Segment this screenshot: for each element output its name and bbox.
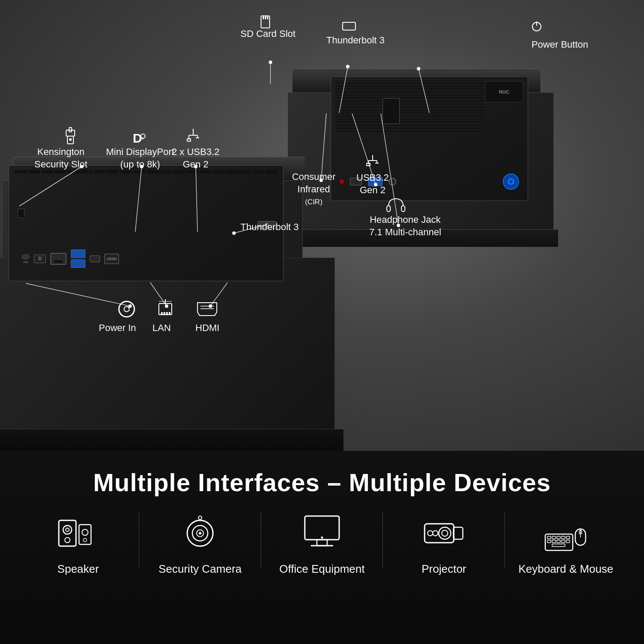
svg-point-90	[428, 531, 433, 536]
svg-point-0	[508, 179, 513, 184]
svg-point-91	[433, 531, 438, 536]
device-item-speaker: Speaker	[17, 512, 139, 576]
label-power-button: Power Button	[532, 39, 588, 51]
power-button-icon	[528, 17, 545, 34]
svg-point-74	[82, 529, 88, 535]
svg-rect-89	[453, 527, 463, 539]
svg-rect-82	[305, 516, 339, 540]
svg-point-72	[65, 538, 70, 543]
label-consumer-infrared: ConsumerInfrared(CIR)	[292, 171, 335, 208]
main-container: NUC	[0, 0, 644, 644]
device-item-security-camera: Security Camera	[139, 512, 261, 576]
svg-rect-31	[265, 16, 266, 19]
label-hdmi: HDMI	[195, 322, 219, 334]
bottom-banner: Multiple Interfaces – Multiple Devices S…	[0, 451, 644, 644]
device-item-projector: Projector	[383, 512, 505, 576]
usb-gen2-icon	[185, 127, 202, 146]
svg-point-58	[124, 307, 129, 312]
svg-rect-36	[66, 130, 75, 136]
svg-rect-33	[343, 22, 355, 30]
headphone-icon	[385, 195, 407, 214]
label-thunderbolt3-top: Thunderbolt 3	[326, 34, 385, 47]
svg-rect-83	[317, 540, 327, 546]
svg-point-39	[69, 138, 72, 141]
svg-rect-97	[566, 536, 570, 539]
svg-rect-103	[552, 544, 565, 547]
svg-rect-55	[387, 206, 390, 212]
power-in-icon	[116, 298, 137, 320]
kensington-icon	[61, 127, 80, 146]
displayport-icon: D	[127, 128, 148, 147]
svg-rect-100	[557, 540, 560, 543]
speaker-label: Speaker	[58, 562, 99, 576]
security-camera-label: Security Camera	[158, 562, 242, 576]
office-equipment-label: Office Equipment	[279, 562, 365, 576]
svg-rect-98	[547, 540, 551, 543]
keyboard-mouse-label: Keyboard & Mouse	[518, 562, 613, 576]
label-lan: LAN	[152, 322, 171, 334]
svg-point-57	[119, 301, 134, 317]
svg-rect-101	[562, 540, 565, 543]
thunderbolt3-top-icon	[340, 17, 358, 34]
usb32-side-icon	[364, 154, 381, 171]
office-equipment-icon	[301, 512, 343, 555]
svg-point-79	[199, 532, 201, 535]
svg-rect-60	[161, 312, 163, 315]
svg-rect-63	[169, 312, 170, 315]
hdmi-icon	[195, 298, 219, 320]
label-thunderbolt3-back: Thunderbolt 3	[240, 221, 299, 234]
svg-rect-52	[367, 163, 370, 166]
banner-title: Multiple Interfaces – Multiple Devices	[0, 451, 644, 512]
speaker-icon	[57, 512, 100, 555]
svg-rect-73	[79, 525, 91, 544]
keyboard-mouse-icon	[544, 512, 587, 555]
svg-point-88	[442, 530, 448, 536]
svg-rect-99	[552, 540, 556, 543]
label-mini-displayport: Mini DisplayPort(up to 8k)	[106, 146, 174, 170]
svg-rect-93	[547, 536, 551, 539]
svg-rect-102	[566, 540, 570, 543]
svg-rect-30	[263, 16, 264, 19]
svg-point-85	[321, 537, 323, 539]
svg-rect-32	[267, 16, 268, 19]
projector-icon	[422, 512, 465, 555]
sd-card-icon	[257, 14, 274, 31]
svg-point-71	[66, 528, 69, 532]
svg-rect-56	[401, 206, 405, 212]
device-item-keyboard-mouse: Keyboard & Mouse	[505, 512, 627, 576]
svg-point-75	[83, 538, 87, 542]
devices-row: Speaker Security Camera	[0, 512, 644, 576]
svg-rect-95	[557, 536, 560, 539]
label-usb32-gen2: 2 x USB3.2Gen 2	[172, 146, 219, 170]
svg-marker-66	[197, 303, 217, 316]
svg-text:D: D	[133, 131, 142, 145]
svg-rect-62	[166, 312, 168, 315]
svg-point-87	[439, 527, 451, 539]
device-section: NUC	[0, 0, 644, 451]
lan-icon	[155, 298, 176, 320]
label-kensington: KensingtonSecurity Slot	[34, 146, 88, 170]
svg-rect-46	[187, 139, 191, 141]
svg-rect-96	[562, 536, 565, 539]
svg-rect-61	[164, 312, 165, 315]
label-usb32-gen2-side: USB3.2Gen 2	[356, 172, 389, 196]
svg-rect-94	[552, 536, 556, 539]
security-camera-icon	[179, 512, 222, 555]
svg-point-70	[63, 526, 72, 534]
label-headphone-jack: Headphone Jack7.1 Multi-channel	[369, 214, 441, 238]
svg-point-80	[198, 516, 202, 519]
device-item-office-equipment: Office Equipment	[261, 512, 383, 576]
projector-label: Projector	[422, 562, 466, 576]
label-power-in: Power In	[99, 322, 136, 334]
